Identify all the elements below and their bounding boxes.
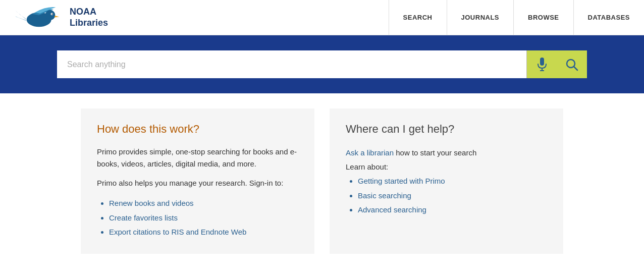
list-item: Export citations to RIS and Endnote Web (109, 225, 298, 240)
help-list-item-advanced-searching: Advanced searching (358, 203, 547, 217)
svg-point-3 (51, 13, 52, 14)
advanced-searching-link[interactable]: Advanced searching (358, 205, 426, 214)
nav-item-journals[interactable]: JOURNALS (447, 0, 514, 35)
how-it-works-list: Renew books and videos Create favorites … (97, 196, 298, 240)
help-list-item-getting-started: Getting started with Primo (358, 174, 547, 189)
logo-noaa: NOAA (70, 7, 108, 18)
ask-after-text: how to start your search (394, 148, 476, 157)
learn-about-label: Learn about: (346, 162, 547, 171)
svg-point-1 (45, 10, 55, 20)
search-button[interactable] (557, 50, 587, 78)
search-icon (565, 58, 578, 71)
help-list-item-basic-searching: Basic searching (358, 189, 547, 203)
noaa-bird-logo (10, 5, 66, 30)
content-area: How does this work? Primo provides simpl… (0, 93, 644, 269)
getting-started-link[interactable]: Getting started with Primo (358, 177, 445, 185)
how-it-works-para1: Primo provides simple, one-stop searchin… (97, 146, 298, 170)
svg-line-8 (574, 67, 577, 70)
list-item: Renew books and videos (109, 196, 298, 211)
ask-librarian-link[interactable]: Ask a librarian (346, 148, 394, 157)
get-help-title: Where can I get help? (346, 123, 547, 136)
how-it-works-card: How does this work? Primo provides simpl… (81, 108, 314, 254)
mic-button[interactable] (526, 50, 557, 78)
nav-item-databases[interactable]: DATABASES (573, 0, 644, 35)
mic-icon (536, 58, 548, 72)
svg-rect-4 (540, 58, 544, 66)
search-input[interactable] (57, 50, 526, 78)
logo-libraries: Libraries (70, 18, 108, 29)
how-it-works-title: How does this work? (97, 123, 298, 136)
logo-area: NOAA Libraries (0, 0, 121, 35)
basic-searching-link[interactable]: Basic searching (358, 191, 411, 200)
main-nav: SEARCH JOURNALS BROWSE DATABASES (389, 0, 644, 35)
nav-item-browse[interactable]: BROWSE (513, 0, 573, 35)
logo-text: NOAA Libraries (70, 7, 108, 28)
search-banner (0, 35, 644, 93)
how-it-works-para2: Primo also helps you manage your researc… (97, 177, 298, 189)
help-links-list: Getting started with Primo Basic searchi… (346, 174, 547, 217)
nav-item-search[interactable]: SEARCH (389, 0, 447, 35)
get-help-card: Where can I get help? Ask a librarian ho… (330, 108, 563, 254)
list-item: Create favorites lists (109, 211, 298, 226)
ask-librarian-text: Ask a librarian how to start your search (346, 146, 547, 159)
header: NOAA Libraries SEARCH JOURNALS BROWSE DA… (0, 0, 644, 35)
search-container (57, 50, 587, 78)
